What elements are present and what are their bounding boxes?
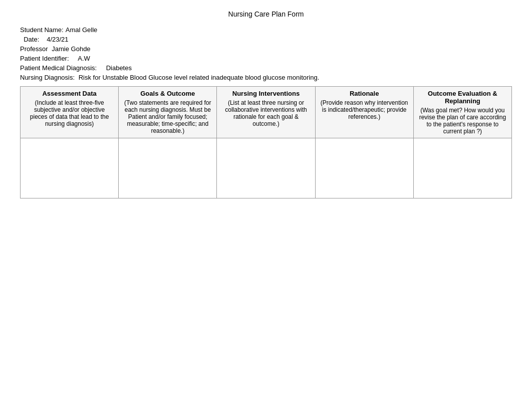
header-assessment-subtitle: (Include at least three-five subjective … <box>25 99 114 127</box>
student-name-row: Student Name:Amal Gelle <box>20 26 512 34</box>
header-assessment: Assessment Data (Include at least three-… <box>21 87 119 138</box>
header-goals-title: Goals & Outcome <box>123 90 212 97</box>
nursing-diagnosis-value: Risk for Unstable Blood Glucose level re… <box>79 74 320 81</box>
care-plan-table: Assessment Data (Include at least three-… <box>20 86 512 198</box>
patient-id-row: Patient Identifier: A.W <box>20 55 512 62</box>
header-outcome: Outcome Evaluation & Replanning (Was goa… <box>413 87 511 138</box>
nursing-diagnosis-label: Nursing Diagnosis: <box>20 74 75 81</box>
table-data-row <box>21 138 512 198</box>
header-rationale-title: Rationale <box>320 90 409 97</box>
header-interventions-subtitle: (List at least three nursing or collabor… <box>221 99 311 127</box>
date-value: 4/23/21 <box>47 36 68 43</box>
professor-row: Professor Jamie Gohde <box>20 45 512 53</box>
nursing-diagnosis-row: Nursing Diagnosis: Risk for Unstable Blo… <box>20 74 512 81</box>
header-rationale: Rationale (Provide reason why interventi… <box>315 87 413 138</box>
header-outcome-subtitle: (Was goal met? How would you revise the … <box>418 107 507 135</box>
medical-diagnosis-value: Diabetes <box>106 64 132 72</box>
goals-data-cell <box>119 138 217 198</box>
rationale-data-cell <box>315 138 413 198</box>
professor-name: Jamie Gohde <box>52 45 90 53</box>
student-label: Student Name: <box>20 26 64 34</box>
student-name: Amal Gelle <box>66 26 98 34</box>
date-label: Date: <box>24 36 39 43</box>
header-goals: Goals & Outcome (Two statements are requ… <box>119 87 217 138</box>
date-row: Date: 4/23/21 <box>20 36 512 43</box>
header-assessment-title: Assessment Data <box>25 90 114 97</box>
header-outcome-title: Outcome Evaluation & Replanning <box>418 90 507 105</box>
assessment-data-cell <box>21 138 119 198</box>
header-goals-subtitle: (Two statements are required for each nu… <box>123 99 212 134</box>
page-title: Nursing Care Plan Form <box>20 10 512 18</box>
medical-diagnosis-row: Patient Medical Diagnosis: Diabetes <box>20 64 512 72</box>
header-rationale-subtitle: (Provide reason why intervention is indi… <box>320 99 409 120</box>
interventions-data-cell <box>217 138 315 198</box>
header-interventions: Nursing Interventions (List at least thr… <box>217 87 315 138</box>
patient-id-value: A.W <box>78 55 90 62</box>
patient-id-label: Patient Identifier: <box>20 55 69 62</box>
table-header-row: Assessment Data (Include at least three-… <box>21 87 512 138</box>
professor-label: Professor <box>20 45 48 53</box>
medical-diagnosis-label: Patient Medical Diagnosis: <box>20 64 97 72</box>
outcome-data-cell <box>413 138 511 198</box>
header-interventions-title: Nursing Interventions <box>221 90 311 97</box>
